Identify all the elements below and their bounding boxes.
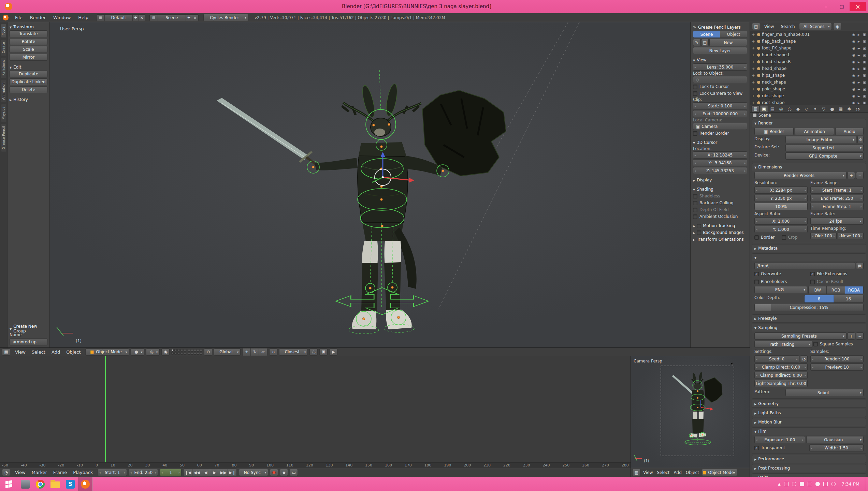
- menu-item[interactable]: Marker: [29, 470, 50, 475]
- redo-panel-header[interactable]: Create New Group: [10, 325, 47, 332]
- remap-new-field[interactable]: New: 100: [838, 232, 864, 239]
- selectability-icon[interactable]: [858, 80, 860, 84]
- proportional-edit-icon[interactable]: ◌: [309, 348, 318, 356]
- menu-item[interactable]: View: [12, 470, 29, 475]
- output-path-field[interactable]: /tmp\: [754, 262, 855, 269]
- outliner-item[interactable]: hand_shape.R: [750, 58, 868, 65]
- outliner-search-menu[interactable]: Search: [778, 22, 797, 31]
- outliner-filter-icon[interactable]: ◉: [833, 23, 841, 30]
- viewport-shading-dropdown[interactable]: ●: [131, 348, 144, 356]
- lock-interface-icon[interactable]: [857, 136, 864, 143]
- visibility-eye-icon[interactable]: [852, 33, 855, 36]
- panel-header-metadata[interactable]: Metadata: [752, 244, 866, 252]
- network-icon[interactable]: [831, 482, 836, 486]
- outliner-item[interactable]: pole_shape: [750, 86, 868, 92]
- record-icon[interactable]: [270, 469, 278, 476]
- outliner-item[interactable]: ribs_shape: [750, 92, 868, 99]
- renderability-icon[interactable]: [863, 87, 866, 91]
- crop-row[interactable]: Crop: [782, 234, 808, 241]
- preview-range-icon[interactable]: ▭: [290, 469, 298, 476]
- checkbox[interactable]: [693, 91, 697, 96]
- panel-header-sampling[interactable]: Sampling: [752, 324, 866, 331]
- expand-icon[interactable]: [752, 94, 755, 98]
- opengl-render-anim-icon[interactable]: ▶: [329, 348, 337, 356]
- panel-header-display[interactable]: Display: [693, 177, 747, 183]
- current-frame-field[interactable]: 1: [160, 469, 182, 476]
- file-format-dropdown[interactable]: PNG: [754, 286, 807, 293]
- menu-item[interactable]: View: [641, 470, 655, 475]
- lamp-dot[interactable]: [731, 363, 733, 365]
- menu-item[interactable]: Select: [29, 349, 48, 355]
- pivot-point-dropdown[interactable]: ◎: [146, 348, 160, 356]
- show-desktop-button[interactable]: [865, 477, 868, 491]
- menu-item[interactable]: Object: [684, 470, 701, 475]
- gp-new-button[interactable]: New: [709, 39, 747, 46]
- menu-item[interactable]: Help: [74, 15, 92, 20]
- tool-shelf-tab[interactable]: Physics: [1, 104, 6, 122]
- editor-type-icon[interactable]: ▥: [751, 105, 760, 113]
- selectability-icon[interactable]: [858, 67, 860, 71]
- tool-shelf-tab[interactable]: Animation: [1, 80, 6, 102]
- menu-item[interactable]: Select: [655, 470, 671, 475]
- ambient-occlusion-row[interactable]: Ambient Occlusion: [693, 213, 747, 220]
- tool-shelf-tab[interactable]: Relations: [1, 58, 6, 78]
- menu-item[interactable]: File: [11, 15, 26, 20]
- visibility-eye-icon[interactable]: [852, 67, 855, 71]
- device-dropdown[interactable]: GPU Compute: [785, 152, 864, 160]
- panel-header-transform-orientations[interactable]: Transform Orientations: [693, 236, 747, 243]
- tab-data-icon[interactable]: ▽: [820, 105, 828, 113]
- checkbox[interactable]: [693, 214, 697, 219]
- visibility-eye-icon[interactable]: [852, 80, 855, 84]
- snap-magnet-icon[interactable]: ∩: [269, 348, 277, 356]
- taskbar-blender-button[interactable]: [78, 477, 93, 491]
- bw-button[interactable]: BW: [809, 286, 827, 294]
- rgb-button[interactable]: RGB: [827, 286, 845, 294]
- renderability-icon[interactable]: [863, 60, 866, 64]
- tab-material-icon[interactable]: ●: [828, 105, 836, 113]
- square-samples-row[interactable]: Square Samples: [813, 341, 864, 347]
- frame-rate-dropdown[interactable]: 24 fps: [810, 218, 864, 225]
- panel-header-freestyle[interactable]: Freestyle: [752, 315, 866, 322]
- local-camera-field[interactable]: ▣ Camera: [693, 123, 747, 130]
- visibility-eye-icon[interactable]: [852, 94, 855, 98]
- checkbox[interactable]: [693, 194, 697, 198]
- outliner-item[interactable]: flap_back_shape: [750, 38, 868, 45]
- resolution-percentage-slider[interactable]: 100%: [754, 203, 808, 210]
- selectability-icon[interactable]: [858, 33, 860, 36]
- clamp-direct-field[interactable]: Clamp Direct: 0.00: [754, 363, 808, 371]
- panel-header-transform[interactable]: Transform: [10, 24, 47, 30]
- tab-texture-icon[interactable]: ▦: [837, 105, 845, 113]
- visibility-eye-icon[interactable]: [852, 87, 855, 91]
- panel-header-history[interactable]: History: [10, 96, 47, 103]
- editor-type-icon[interactable]: ◔: [2, 469, 10, 476]
- snap-target-dropdown[interactable]: Closest: [279, 348, 308, 356]
- renderability-icon[interactable]: [863, 94, 866, 98]
- play-reverse-icon[interactable]: ◀: [201, 469, 210, 476]
- outliner-item[interactable]: foot_FK_shape: [750, 45, 868, 51]
- transparent-row[interactable]: Transparent: [754, 444, 808, 451]
- panel-header-light-paths[interactable]: Light Paths: [752, 409, 866, 417]
- tray-app-icon[interactable]: [792, 482, 796, 486]
- selectability-icon[interactable]: [858, 94, 860, 98]
- jump-to-start-icon[interactable]: ❙◀: [184, 469, 192, 476]
- filter-dropdown[interactable]: Gaussian: [806, 436, 864, 443]
- start-button[interactable]: [0, 477, 18, 491]
- tool-button[interactable]: Translate: [10, 30, 47, 37]
- editor-type-icon[interactable]: ▤: [752, 23, 760, 30]
- frame-end-field[interactable]: End: 250: [129, 469, 158, 476]
- gp-draw-icon[interactable]: ✎: [693, 39, 700, 46]
- tab-physics-icon[interactable]: ◔: [854, 105, 862, 113]
- exposure-field[interactable]: Exposure: 1.00: [754, 436, 805, 443]
- sync-dropdown[interactable]: No Sync: [239, 469, 268, 476]
- tab-particles-icon[interactable]: ✱: [845, 105, 853, 113]
- character-model[interactable]: [217, 83, 506, 329]
- render-audio-button[interactable]: Audio: [835, 128, 864, 135]
- menu-item[interactable]: View: [12, 349, 29, 355]
- end-frame-field[interactable]: End Frame: 250: [810, 195, 864, 202]
- checkbox[interactable]: [697, 224, 701, 228]
- checkbox[interactable]: [697, 230, 701, 235]
- outliner-item[interactable]: finger_main_shape.001: [750, 31, 868, 38]
- tool-button[interactable]: Delete: [10, 86, 47, 93]
- file-extensions-row[interactable]: File Extensions: [810, 270, 864, 277]
- frame-start-field[interactable]: Start: 1: [98, 469, 127, 476]
